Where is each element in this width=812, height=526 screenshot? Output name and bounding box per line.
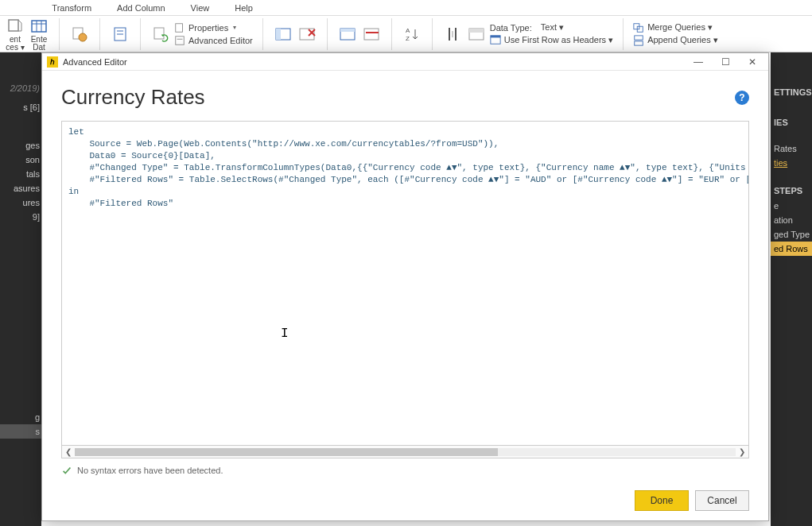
svg-rect-16	[300, 29, 314, 40]
svg-rect-10	[154, 28, 164, 39]
menu-help[interactable]: Help	[231, 2, 256, 14]
query-item[interactable]: tals	[0, 167, 41, 181]
keep-rows-button[interactable]	[337, 25, 358, 44]
dialog-heading: Currency Rates ?	[61, 85, 749, 110]
svg-rect-36	[635, 41, 643, 44]
panel-text-selected[interactable]: s	[0, 424, 41, 439]
query-item[interactable]: asures	[0, 181, 41, 195]
code-editor[interactable]: let Source = Web.Page(Web.Contents("http…	[61, 121, 749, 446]
scroll-thumb[interactable]	[75, 448, 498, 456]
dialog-titlebar: ℎ Advanced Editor — ☐ ✕	[42, 53, 768, 71]
panel-text: g	[0, 410, 41, 424]
use-first-row-headers-button[interactable]: Use First Row as Headers ▾	[490, 34, 613, 45]
query-name: Rates	[771, 141, 812, 156]
minimize-button[interactable]: —	[687, 55, 709, 69]
check-icon	[61, 465, 72, 476]
all-properties-link[interactable]: ties	[771, 156, 812, 170]
svg-rect-15	[276, 29, 281, 40]
svg-rect-12	[176, 36, 185, 44]
svg-rect-32	[491, 36, 500, 38]
settings-header: ETTINGS	[771, 81, 812, 100]
append-queries-button[interactable]: Append Queries ▾	[633, 35, 718, 46]
properties-button[interactable]: Properties▾	[174, 22, 253, 33]
date-text: 2/2019)	[0, 81, 41, 95]
query-settings-panel: ETTINGS IES Rates ties STEPS e ation ged…	[771, 52, 812, 526]
properties-header: IES	[771, 111, 812, 130]
merge-queries-button[interactable]: Merge Queries ▾	[633, 22, 718, 33]
menu-add-column[interactable]: Add Column	[114, 2, 169, 14]
split-column-button[interactable]	[442, 25, 463, 44]
advanced-editor-dialog: ℎ Advanced Editor — ☐ ✕ Currency Rates ?…	[41, 52, 769, 521]
svg-rect-21	[364, 29, 379, 40]
svg-rect-1	[32, 21, 46, 32]
maximize-button[interactable]: ☐	[714, 55, 736, 69]
svg-text:Z: Z	[406, 35, 410, 42]
done-button[interactable]: Done	[635, 490, 689, 511]
svg-point-6	[79, 33, 87, 41]
remove-rows-button[interactable]	[361, 25, 382, 44]
scroll-track[interactable]	[75, 448, 736, 456]
svg-rect-11	[176, 23, 183, 32]
menu-transform[interactable]: Transform	[49, 2, 95, 14]
queries-count: s [6]	[0, 100, 41, 114]
recent-sources-button[interactable]: ent ces ▾	[5, 17, 25, 52]
svg-text:A: A	[406, 27, 410, 34]
step-item[interactable]: ation	[771, 213, 812, 227]
query-item[interactable]: ges	[0, 138, 41, 153]
data-source-settings-button[interactable]	[69, 25, 90, 44]
svg-rect-0	[9, 20, 18, 31]
svg-rect-20	[340, 29, 355, 32]
applied-steps-header: STEPS	[771, 180, 812, 199]
refresh-preview-button[interactable]	[150, 25, 171, 44]
queries-panel: 2/2019) s [6] ges son tals asures ures 9…	[0, 52, 41, 526]
syntax-status: No syntax errors have been detected.	[61, 465, 749, 476]
step-item-selected[interactable]: ed Rows	[771, 242, 812, 256]
svg-rect-35	[635, 35, 643, 39]
manage-parameters-button[interactable]	[110, 25, 130, 44]
horizontal-scrollbar[interactable]: ❮ ❯	[61, 446, 749, 458]
advanced-editor-button[interactable]: Advanced Editor	[174, 35, 253, 46]
dialog-title: Advanced Editor	[63, 57, 127, 67]
query-item[interactable]: son	[0, 153, 41, 167]
ribbon: ent ces ▾ Ente Dat Properties▾ Advanced …	[0, 16, 812, 52]
cancel-button[interactable]: Cancel	[695, 490, 749, 511]
remove-columns-button[interactable]	[297, 25, 317, 44]
sort-button[interactable]: AZ	[402, 25, 422, 44]
group-by-button[interactable]	[466, 25, 487, 44]
data-type-dropdown[interactable]: Data Type: Text ▾	[490, 22, 613, 33]
query-item[interactable]: 9]	[0, 210, 41, 224]
svg-rect-30	[469, 29, 484, 33]
step-item[interactable]: ged Type	[771, 227, 812, 242]
scroll-right-arrow[interactable]: ❯	[736, 447, 748, 456]
menu-view[interactable]: View	[188, 2, 213, 14]
step-item[interactable]: e	[771, 199, 812, 213]
enter-data-button[interactable]: Ente Dat	[29, 17, 49, 52]
power-bi-icon: ℎ	[47, 56, 58, 68]
help-icon[interactable]: ?	[735, 91, 749, 105]
choose-columns-button[interactable]	[273, 25, 293, 44]
query-item[interactable]: ures	[0, 195, 41, 210]
close-button[interactable]: ✕	[741, 55, 763, 69]
menubar: Home Transform Add Column View Help	[0, 0, 812, 16]
scroll-left-arrow[interactable]: ❮	[62, 447, 75, 456]
